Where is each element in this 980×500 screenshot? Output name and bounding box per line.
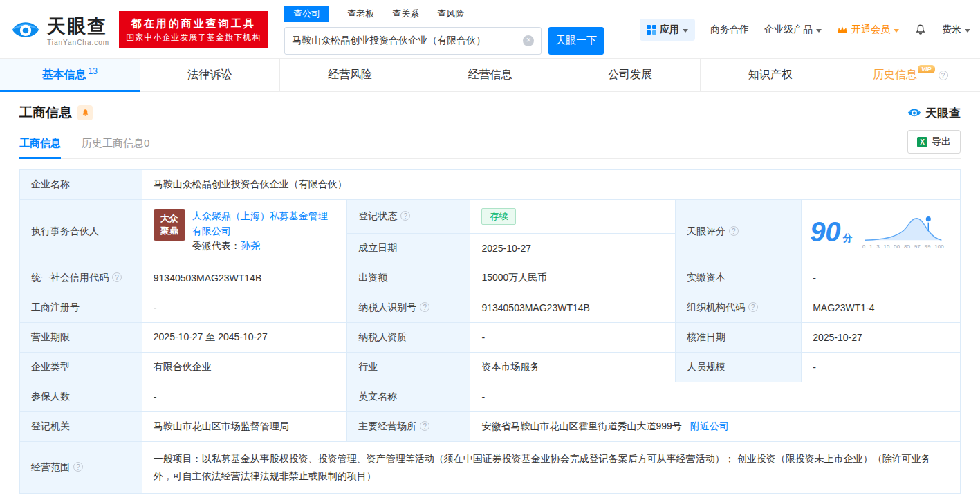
partner-block: 大众 聚鼎 大众聚鼎（上海）私募基金管理有限公司 委派代表：孙尧 bbox=[154, 209, 335, 254]
table-row: 经营范围 一般项目：以私募基金从事股权投资、投资管理、资产管理等活动（须在中国证… bbox=[20, 442, 961, 494]
user-menu[interactable]: 费米 bbox=[942, 24, 970, 36]
value-company-name: 马鞍山众松晶创业投资合伙企业（有限合伙） bbox=[142, 170, 960, 200]
label-english-name: 英文名称 bbox=[347, 382, 470, 412]
tianyancha-page: 天眼查 TianYanCha.com 都在用的商业查询工具 国家中小企业发展子基… bbox=[0, 0, 980, 500]
bell-icon bbox=[81, 109, 90, 118]
tab-history-info[interactable]: 历史信息 VIP bbox=[840, 59, 980, 91]
value-business-scope: 一般项目：以私募基金从事股权投资、投资管理、资产管理等活动（须在中国证券投资基金… bbox=[142, 442, 960, 494]
partner-info: 大众聚鼎（上海）私募基金管理有限公司 委派代表：孙尧 bbox=[192, 209, 335, 254]
tab-legal-proceedings-label: 法律诉讼 bbox=[187, 68, 232, 82]
top-header: 天眼查 TianYanCha.com 都在用的商业查询工具 国家中小企业发展子基… bbox=[0, 0, 980, 58]
label-taxpayer-quality: 纳税人资质 bbox=[347, 323, 470, 353]
tab-basic-info[interactable]: 基本信息 13 bbox=[0, 59, 140, 91]
subtab-history-business-info[interactable]: 历史工商信息0 bbox=[82, 137, 149, 158]
help-icon[interactable] bbox=[73, 462, 83, 472]
chevron-down-icon bbox=[683, 29, 688, 33]
value-industry: 资本市场服务 bbox=[470, 353, 675, 382]
business-info-table: 企业名称 马鞍山众松晶创业投资合伙企业（有限合伙） 执行事务合伙人 大众 聚鼎 … bbox=[19, 169, 961, 494]
excel-icon bbox=[917, 137, 927, 147]
tab-operating-risk[interactable]: 经营风险 bbox=[280, 59, 420, 91]
search-tab-relation[interactable]: 查关系 bbox=[392, 8, 419, 20]
label-reg-status-text: 登记状态 bbox=[358, 210, 397, 221]
tab-company-development[interactable]: 公司发展 bbox=[560, 59, 701, 91]
label-business-scope-text: 经营范围 bbox=[31, 461, 70, 472]
search-row: 天眼一下 bbox=[284, 27, 604, 55]
enterprise-products-label: 企业级产品 bbox=[764, 24, 813, 36]
company-nav-tabs: 基本信息 13 法律诉讼 经营风险 经营信息 公司发展 知识产权 历史信息 VI… bbox=[0, 58, 980, 92]
nearby-companies-link[interactable]: 附近公司 bbox=[690, 420, 729, 432]
label-business-term: 营业期限 bbox=[20, 323, 142, 353]
label-business-address: 主要经营场所 bbox=[347, 412, 470, 442]
main-content: 工商信息 天眼查 工商信息 历史工商信息0 bbox=[0, 104, 980, 494]
label-taxpayer-id-text: 纳税人识别号 bbox=[358, 302, 416, 313]
help-icon[interactable] bbox=[748, 302, 758, 312]
tab-basic-info-count: 13 bbox=[89, 66, 98, 76]
table-row: 企业类型 有限合伙企业 行业 资本市场服务 人员规模 - bbox=[20, 353, 961, 382]
value-approval-date: 2025-10-27 bbox=[802, 323, 961, 353]
monitor-bell-button[interactable] bbox=[77, 105, 93, 120]
value-org-code: MAG23WT1-4 bbox=[802, 293, 961, 323]
business-cooperation-link[interactable]: 商务合作 bbox=[710, 24, 749, 36]
tab-operating-info[interactable]: 经营信息 bbox=[420, 59, 561, 91]
search-tab-company[interactable]: 查公司 bbox=[284, 6, 329, 22]
value-capital: 15000万人民币 bbox=[470, 263, 675, 293]
label-org-code: 组织机构代码 bbox=[675, 293, 801, 323]
username: 费米 bbox=[942, 24, 961, 36]
partner-logo[interactable]: 大众 聚鼎 bbox=[154, 209, 185, 241]
search-input[interactable] bbox=[292, 35, 523, 46]
open-vip-menu[interactable]: 开通会员 bbox=[837, 24, 899, 36]
value-english-name: - bbox=[470, 382, 961, 412]
label-credit-code: 统一社会信用代码 bbox=[20, 263, 142, 293]
search-button[interactable]: 天眼一下 bbox=[548, 27, 604, 55]
subtab-business-info[interactable]: 工商信息 bbox=[19, 137, 61, 158]
enterprise-products-menu[interactable]: 企业级产品 bbox=[764, 24, 822, 36]
table-row: 企业名称 马鞍山众松晶创业投资合伙企业（有限合伙） bbox=[20, 170, 961, 200]
table-row: 营业期限 2025-10-27 至 2045-10-27 纳税人资质 - 核准日… bbox=[20, 323, 961, 353]
header-right-menu: 应用 商务合作 企业级产品 开通会员 bbox=[640, 19, 970, 41]
label-staff-size: 人员规模 bbox=[675, 353, 801, 382]
delegate-name-link[interactable]: 孙尧 bbox=[241, 240, 260, 251]
label-score-text: 天眼评分 bbox=[687, 225, 725, 237]
value-executive-partner: 大众 聚鼎 大众聚鼎（上海）私募基金管理有限公司 委派代表：孙尧 bbox=[142, 200, 346, 263]
help-icon[interactable] bbox=[420, 302, 429, 312]
apps-menu[interactable]: 应用 bbox=[640, 19, 695, 41]
help-icon[interactable] bbox=[400, 211, 410, 221]
label-company-type: 企业类型 bbox=[20, 353, 142, 382]
label-reg-number: 工商注册号 bbox=[20, 293, 142, 323]
tianyancha-watermark: 天眼查 bbox=[907, 105, 961, 121]
search-tab-risk[interactable]: 查风险 bbox=[437, 8, 464, 20]
axis-tick: 99 bbox=[925, 243, 931, 250]
apps-grid-icon bbox=[647, 25, 656, 35]
tianyancha-logo[interactable]: 天眼查 TianYanCha.com bbox=[10, 14, 109, 46]
table-row: 统一社会信用代码 91340503MAG23WT14B 出资额 15000万人民… bbox=[20, 263, 961, 293]
help-icon[interactable] bbox=[729, 226, 739, 236]
tab-intellectual-property[interactable]: 知识产权 bbox=[701, 59, 841, 91]
search-tab-boss[interactable]: 查老板 bbox=[347, 8, 374, 20]
tab-legal-proceedings[interactable]: 法律诉讼 bbox=[140, 59, 281, 91]
label-company-name: 企业名称 bbox=[20, 170, 142, 200]
value-credit-code: 91340503MAG23WT14B bbox=[142, 263, 346, 293]
crown-icon bbox=[837, 26, 848, 34]
help-icon[interactable] bbox=[112, 272, 122, 282]
score-unit: 分 bbox=[843, 232, 853, 243]
axis-tick: 3 bbox=[876, 243, 879, 250]
help-icon[interactable] bbox=[939, 71, 948, 80]
label-industry: 行业 bbox=[347, 353, 470, 382]
value-business-term: 2025-10-27 至 2045-10-27 bbox=[142, 323, 346, 353]
table-row: 参保人数 - 英文名称 - bbox=[20, 382, 961, 412]
value-taxpayer-quality: - bbox=[470, 323, 675, 353]
chevron-down-icon bbox=[894, 29, 899, 33]
search-area: 查公司 查老板 查关系 查风险 天眼一下 bbox=[284, 6, 604, 55]
partner-name-link[interactable]: 大众聚鼎（上海）私募基金管理有限公司 bbox=[192, 210, 328, 237]
tianyancha-eye-icon bbox=[907, 105, 922, 120]
export-button[interactable]: 导出 bbox=[907, 130, 961, 154]
notifications-button[interactable] bbox=[914, 24, 927, 36]
watermark-label: 天眼查 bbox=[925, 105, 961, 121]
section-header: 工商信息 天眼查 bbox=[19, 104, 961, 122]
clear-search-icon[interactable] bbox=[523, 35, 534, 46]
label-credit-code-text: 统一社会信用代码 bbox=[31, 272, 109, 283]
value-reg-authority: 马鞍山市花山区市场监督管理局 bbox=[142, 412, 346, 442]
chevron-down-icon bbox=[965, 29, 970, 33]
help-icon[interactable] bbox=[420, 421, 429, 431]
bell-icon bbox=[914, 24, 927, 36]
